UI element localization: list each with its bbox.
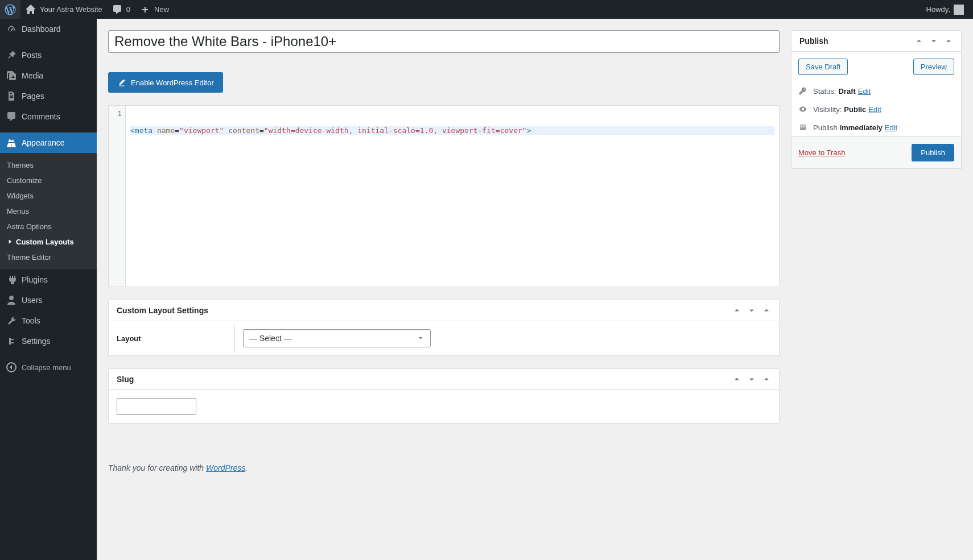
home-icon bbox=[25, 4, 36, 15]
post-title-input[interactable] bbox=[108, 30, 780, 53]
pin-icon bbox=[6, 49, 17, 61]
sidebar-item-pages[interactable]: Pages bbox=[0, 86, 97, 106]
enable-wp-editor-button[interactable]: Enable WordPress Editor bbox=[108, 72, 223, 93]
chevron-down-icon bbox=[417, 334, 424, 342]
appearance-icon bbox=[6, 137, 17, 148]
sidebar-label: Comments bbox=[22, 112, 60, 121]
page-icon bbox=[6, 90, 17, 102]
sidebar-label: Plugins bbox=[22, 275, 48, 284]
publish-button[interactable]: Publish bbox=[912, 144, 954, 161]
collapse-icon bbox=[6, 362, 17, 373]
edit-visibility-link[interactable]: Edit bbox=[868, 105, 881, 114]
sub-item-custom-layouts[interactable]: Custom Layouts bbox=[0, 234, 97, 250]
appearance-submenu: Themes Customize Widgets Menus Astra Opt… bbox=[0, 153, 97, 269]
sub-item-menus[interactable]: Menus bbox=[0, 204, 97, 219]
sub-item-customize[interactable]: Customize bbox=[0, 173, 97, 188]
layout-label: Layout bbox=[109, 324, 235, 353]
status-value: Draft bbox=[838, 87, 855, 96]
arrow-icon bbox=[7, 238, 14, 245]
move-down-icon[interactable] bbox=[929, 36, 938, 45]
sidebar-label: Posts bbox=[22, 51, 42, 60]
toolbar-site-link[interactable]: Your Astra Website bbox=[20, 0, 107, 19]
footer-prefix: Thank you for creating with bbox=[108, 463, 206, 472]
enable-wp-editor-label: Enable WordPress Editor bbox=[131, 78, 214, 87]
sidebar-label: Settings bbox=[22, 337, 51, 346]
toggle-icon[interactable] bbox=[762, 375, 771, 384]
toolbar-comments-count: 0 bbox=[126, 5, 130, 14]
layout-row: Layout — Select — bbox=[109, 321, 779, 355]
layout-selected-value: — Select — bbox=[249, 334, 292, 343]
toggle-icon[interactable] bbox=[944, 36, 953, 45]
comments-icon bbox=[6, 111, 17, 122]
visibility-value: Public bbox=[844, 105, 866, 114]
comment-icon bbox=[112, 4, 123, 15]
sidebar-item-settings[interactable]: Settings bbox=[0, 331, 97, 351]
publish-value: immediately bbox=[840, 123, 883, 132]
sidebar-item-tools[interactable]: Tools bbox=[0, 310, 97, 331]
calendar-icon bbox=[798, 123, 807, 132]
sidebar-item-appearance[interactable]: Appearance bbox=[0, 132, 97, 153]
sidebar-label: Tools bbox=[22, 316, 40, 325]
custom-layout-settings-box: Custom Layout Settings Layout — Select — bbox=[108, 300, 780, 356]
sub-item-theme-editor[interactable]: Theme Editor bbox=[0, 250, 97, 265]
admin-toolbar: Your Astra Website 0 New Howdy, bbox=[0, 0, 973, 19]
sidebar-item-comments[interactable]: Comments bbox=[0, 106, 97, 127]
media-icon bbox=[6, 70, 17, 81]
box-heading: Slug bbox=[117, 375, 134, 384]
code-editor[interactable]: 1 <meta name="viewport" content="width=d… bbox=[108, 105, 780, 287]
sub-item-widgets[interactable]: Widgets bbox=[0, 188, 97, 204]
layout-select[interactable]: — Select — bbox=[243, 329, 431, 347]
toolbar-comments[interactable]: 0 bbox=[107, 0, 135, 19]
toolbar-new-label: New bbox=[154, 5, 169, 14]
sidebar-label: Users bbox=[22, 296, 43, 305]
move-up-icon[interactable] bbox=[914, 36, 923, 45]
move-up-icon[interactable] bbox=[732, 306, 741, 315]
move-down-icon[interactable] bbox=[747, 306, 756, 315]
edit-status-link[interactable]: Edit bbox=[858, 87, 871, 96]
edit-schedule-link[interactable]: Edit bbox=[885, 123, 897, 132]
wp-logo-icon[interactable] bbox=[0, 0, 20, 19]
toolbar-site-name: Your Astra Website bbox=[40, 5, 102, 14]
sidebar-label: Dashboard bbox=[22, 24, 61, 34]
sub-item-themes[interactable]: Themes bbox=[0, 157, 97, 173]
move-to-trash-link[interactable]: Move to Trash bbox=[798, 148, 845, 157]
dashboard-icon bbox=[6, 23, 17, 35]
footer-suffix: . bbox=[245, 463, 248, 472]
toggle-icon[interactable] bbox=[762, 306, 771, 315]
sidebar-item-media[interactable]: Media bbox=[0, 65, 97, 86]
content-area: Enable WordPress Editor 1 <meta name="vi… bbox=[97, 19, 973, 560]
sidebar-label: Media bbox=[22, 71, 43, 80]
slug-box: Slug bbox=[108, 368, 780, 424]
footer-wordpress-link[interactable]: WordPress bbox=[206, 463, 245, 472]
code-content[interactable]: <meta name="viewport" content="width=dev… bbox=[126, 106, 779, 287]
sidebar-item-dashboard[interactable]: Dashboard bbox=[0, 19, 97, 39]
save-draft-button[interactable]: Save Draft bbox=[798, 59, 848, 75]
sidebar-item-posts[interactable]: Posts bbox=[0, 45, 97, 65]
sidebar-label: Pages bbox=[22, 92, 44, 101]
admin-sidebar: Dashboard Posts Media Pages Comments App… bbox=[0, 19, 97, 560]
toolbar-account[interactable]: Howdy, bbox=[922, 0, 968, 19]
schedule-row: Publish immediately Edit bbox=[791, 118, 961, 136]
preview-button[interactable]: Preview bbox=[913, 59, 954, 75]
box-heading: Publish bbox=[799, 36, 828, 45]
status-label: Status: bbox=[813, 87, 836, 96]
move-down-icon[interactable] bbox=[747, 375, 756, 384]
visibility-row: Visibility: Public Edit bbox=[791, 100, 961, 118]
collapse-label: Collapse menu bbox=[22, 363, 71, 372]
sidebar-item-plugins[interactable]: Plugins bbox=[0, 269, 97, 290]
eye-icon bbox=[798, 105, 807, 114]
code-gutter: 1 bbox=[109, 106, 126, 287]
slug-input[interactable] bbox=[117, 398, 196, 415]
toolbar-new[interactable]: New bbox=[135, 0, 174, 19]
tools-icon bbox=[6, 315, 17, 326]
sub-item-astra-options[interactable]: Astra Options bbox=[0, 219, 97, 234]
key-icon bbox=[798, 86, 807, 96]
visibility-label: Visibility: bbox=[813, 105, 842, 114]
publish-box: Publish Save Draft Preview Status: Draft… bbox=[791, 30, 962, 169]
users-icon bbox=[6, 294, 17, 306]
sidebar-item-users[interactable]: Users bbox=[0, 290, 97, 310]
plugins-icon bbox=[6, 274, 17, 285]
move-up-icon[interactable] bbox=[732, 375, 741, 384]
pencil-icon bbox=[117, 78, 126, 87]
collapse-menu-button[interactable]: Collapse menu bbox=[0, 357, 97, 378]
